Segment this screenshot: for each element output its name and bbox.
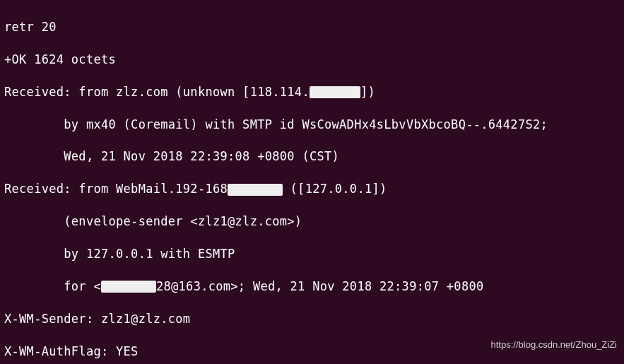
header-for: for <28@163.com>; Wed, 21 Nov 2018 22:39… <box>4 278 620 295</box>
text-segment: ]) <box>360 85 375 99</box>
header-by-esmtp: by 127.0.0.1 with ESMTP <box>4 246 620 262</box>
text-segment: for < <box>4 279 101 293</box>
text-segment: Received: from WebMail.192-168 <box>4 182 228 196</box>
header-received-1-date: Wed, 21 Nov 2018 22:39:08 +0800 (CST) <box>4 148 620 165</box>
watermark: https://blog.csdn.net/Zhou_ZiZi <box>491 339 617 351</box>
terminal-output: retr 20 +OK 1624 octets Received: from z… <box>4 3 620 364</box>
redacted-ip <box>310 86 360 98</box>
command-line: retr 20 <box>4 19 620 35</box>
header-received-1: Received: from zlz.com (unknown [118.114… <box>4 84 620 100</box>
text-segment: ([127.0.0.1]) <box>283 182 387 196</box>
redacted-email <box>101 281 156 293</box>
redacted-host <box>228 184 283 196</box>
response-ok: +OK 1624 octets <box>4 52 620 68</box>
header-envelope-sender: (envelope-sender <zlz1@zlz.com>) <box>4 213 620 230</box>
header-received-1-cont: by mx40 (Coremail) with SMTP id WsCowADH… <box>4 117 620 133</box>
text-segment: Received: from zlz.com (unknown [118.114… <box>4 85 310 99</box>
header-received-2: Received: from WebMail.192-168 ([127.0.0… <box>4 181 620 197</box>
header-wm-sender: X-WM-Sender: zlz1@zlz.com <box>4 311 620 327</box>
text-segment: 28@163.com>; Wed, 21 Nov 2018 22:39:07 +… <box>156 279 484 293</box>
